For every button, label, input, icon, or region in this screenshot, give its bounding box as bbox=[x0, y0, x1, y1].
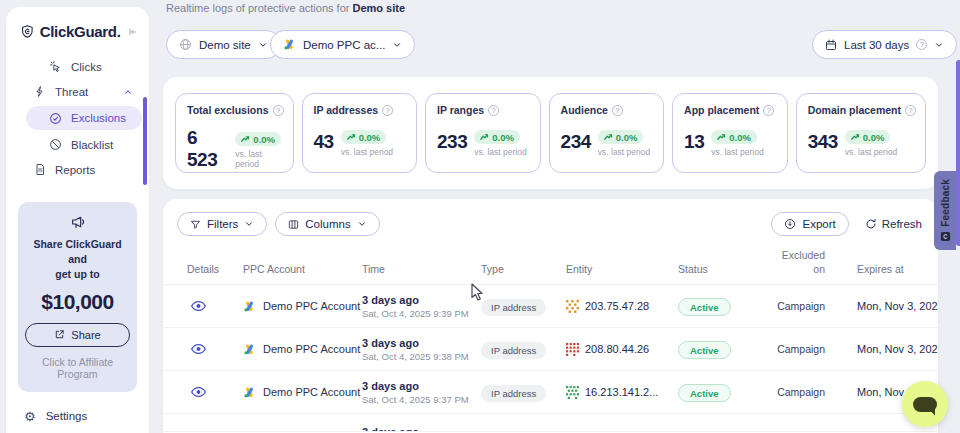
type-badge: IP address bbox=[481, 299, 546, 316]
table-row: Demo PPC Account 3 days ago Sat, Oct 4, … bbox=[163, 285, 938, 328]
sidebar-item-settings[interactable]: ⚙ Settings bbox=[24, 410, 149, 423]
time-relative: 3 days ago bbox=[362, 380, 481, 392]
stat-card-label: App placement bbox=[684, 104, 759, 116]
columns-button[interactable]: Columns bbox=[275, 212, 379, 236]
stat-card-audience: Audience ? 234 0.0% vs. last period bbox=[549, 93, 665, 173]
info-icon[interactable]: ? bbox=[763, 105, 774, 116]
speech-bubble-icon bbox=[913, 397, 937, 412]
sidebar-item-clicks[interactable]: Clicks bbox=[6, 54, 149, 79]
info-icon[interactable]: ? bbox=[488, 105, 499, 116]
promo-title-line2: get up to bbox=[25, 267, 130, 282]
column-header: Entity bbox=[566, 263, 678, 277]
subtitle-site-name: Demo site bbox=[352, 2, 405, 14]
download-icon bbox=[784, 218, 796, 230]
trend-up-icon bbox=[480, 133, 489, 141]
status-badge: Active bbox=[678, 384, 731, 402]
ppc-account-name: Demo PPC Account bbox=[263, 343, 360, 355]
info-icon[interactable]: ? bbox=[382, 105, 393, 116]
share-button[interactable]: Share bbox=[25, 323, 130, 347]
column-header: Excluded on bbox=[773, 249, 835, 276]
entity-identicon bbox=[566, 386, 579, 399]
chevron-down-icon bbox=[934, 40, 944, 50]
stat-card-value: 343 bbox=[808, 131, 838, 153]
share-button-label: Share bbox=[71, 329, 100, 341]
sidebar-item-threat[interactable]: Threat bbox=[6, 79, 149, 104]
collapse-sidebar-icon[interactable] bbox=[127, 25, 137, 39]
site-selector[interactable]: Demo site bbox=[166, 30, 281, 59]
lightning-icon bbox=[34, 85, 46, 98]
column-header: Status bbox=[678, 263, 773, 277]
period-label: vs. last period bbox=[235, 149, 283, 169]
export-button-label: Export bbox=[802, 218, 835, 230]
sidebar-item-exclusions[interactable]: Exclusions bbox=[26, 106, 142, 130]
stat-card-value: 6 523 bbox=[187, 127, 228, 171]
ppc-account-selector[interactable]: Demo PPC ac... bbox=[270, 30, 415, 59]
app-title: ClickGuard. bbox=[40, 23, 121, 40]
stats-panel: Total exclusions ? 6 523 0.0% vs. last p… bbox=[163, 77, 938, 189]
entity-identicon bbox=[566, 343, 579, 356]
trend-badge: 0.0% bbox=[598, 130, 644, 144]
sidebar-scrollbar[interactable] bbox=[143, 97, 147, 185]
chat-launcher-button[interactable] bbox=[902, 381, 948, 427]
time-exact: Sat, Oct 4, 2025 9:37 PM bbox=[362, 394, 481, 405]
column-header: Details bbox=[187, 263, 243, 277]
period-label: vs. last period bbox=[598, 147, 650, 157]
entity-value: 203.75.47.28 bbox=[585, 300, 649, 312]
export-button[interactable]: Export bbox=[771, 212, 848, 236]
time-relative: 3 days ago bbox=[362, 337, 481, 349]
chevron-down-icon bbox=[392, 40, 402, 50]
date-range-label: Last 30 days bbox=[844, 39, 909, 51]
expires-at-value: Mon, Nov 3, 2025 bbox=[835, 343, 938, 355]
megaphone-icon bbox=[70, 214, 86, 230]
expires-at-value: Mon, Nov 3, 2025 bbox=[835, 300, 938, 312]
mouse-cursor bbox=[471, 283, 484, 302]
feedback-tab[interactable]: Feedback bbox=[934, 171, 956, 250]
view-details-eye-icon[interactable] bbox=[191, 386, 206, 398]
site-selector-label: Demo site bbox=[199, 39, 251, 51]
ppc-account-selector-label: Demo PPC ac... bbox=[303, 39, 385, 51]
sidebar-item-label: Exclusions bbox=[71, 112, 126, 124]
time-exact: Sat, Oct 4, 2025 9:38 PM bbox=[362, 351, 481, 362]
refresh-button[interactable]: Refresh bbox=[865, 218, 922, 230]
sidebar-item-blacklist[interactable]: Blacklist bbox=[6, 132, 149, 157]
stat-card-label: Domain placement bbox=[808, 104, 901, 116]
status-badge: Active bbox=[678, 341, 731, 359]
excluded-on-value: Campaign bbox=[773, 300, 835, 312]
filter-funnel-icon bbox=[190, 219, 201, 230]
promo-title-line1: Share ClickGuard and bbox=[25, 237, 130, 267]
promo-footer: Click to Affiliate Program bbox=[25, 356, 130, 380]
sidebar-item-label: Reports bbox=[55, 164, 95, 176]
table-row: Demo PPC Account 3 days ago Sat, Oct 4, … bbox=[163, 328, 938, 371]
trend-badge: 0.0% bbox=[474, 130, 520, 144]
column-header: Expires at bbox=[835, 263, 922, 277]
stat-card-total-exclusions: Total exclusions ? 6 523 0.0% vs. last p… bbox=[175, 93, 294, 173]
view-details-eye-icon[interactable] bbox=[191, 300, 206, 312]
time-exact: Sat, Oct 4, 2025 9:39 PM bbox=[362, 308, 481, 319]
info-icon[interactable]: ? bbox=[916, 39, 927, 50]
chevron-down-icon bbox=[357, 219, 367, 229]
filters-button[interactable]: Filters bbox=[177, 212, 267, 236]
sidebar-item-label: Blacklist bbox=[71, 139, 113, 151]
page-scrollbar[interactable] bbox=[956, 60, 960, 246]
trend-badge: 0.0% bbox=[235, 132, 281, 146]
ban-icon bbox=[49, 138, 62, 151]
excluded-on-value: Campaign bbox=[773, 386, 835, 398]
stat-card-value: 234 bbox=[561, 131, 591, 153]
stat-card-label: Total exclusions bbox=[187, 104, 269, 116]
info-icon[interactable]: ? bbox=[612, 105, 623, 116]
info-icon[interactable]: ? bbox=[273, 105, 284, 116]
info-icon[interactable]: ? bbox=[905, 105, 916, 116]
table-toolbar: Filters Columns Export bbox=[163, 199, 938, 236]
refresh-icon bbox=[865, 218, 877, 230]
clickguard-shield-logo-icon bbox=[21, 23, 34, 40]
affiliate-promo-card[interactable]: Share ClickGuard and get up to $10,000 S… bbox=[18, 202, 137, 392]
view-details-eye-icon[interactable] bbox=[191, 343, 206, 355]
date-range-selector[interactable]: Last 30 days ? bbox=[812, 30, 957, 59]
trend-up-icon bbox=[717, 133, 726, 141]
google-ads-icon bbox=[283, 38, 296, 51]
period-label: vs. last period bbox=[341, 147, 393, 157]
stat-card-ip-ranges: IP ranges ? 233 0.0% vs. last period bbox=[425, 93, 541, 173]
table-header-row: Details PPC Account Time Type Entity Sta… bbox=[163, 249, 938, 285]
stat-card-app-placement: App placement ? 13 0.0% vs. last period bbox=[672, 93, 788, 173]
sidebar-item-reports[interactable]: Reports bbox=[6, 157, 149, 182]
